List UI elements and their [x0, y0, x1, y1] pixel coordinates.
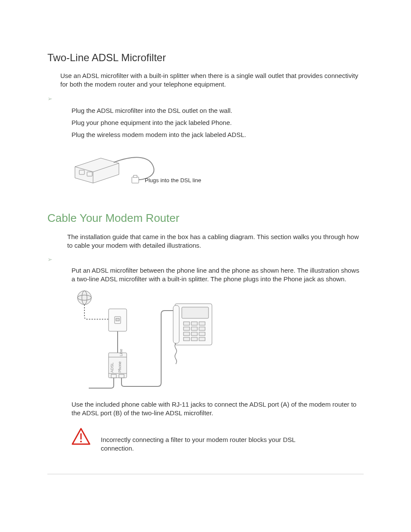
- splitter-label-phone: Phone: [118, 361, 122, 372]
- step-text: Put an ADSL microfilter between the phon…: [72, 266, 364, 284]
- svg-rect-20: [199, 322, 205, 325]
- intro-text-2: The installation guide that came in the …: [67, 233, 364, 250]
- step-text: Plug your phone equipment into the jack …: [72, 118, 364, 128]
- cabling-diagram: Line ADSL Phone: [72, 288, 227, 392]
- svg-rect-15: [119, 374, 124, 378]
- warning-block: Incorrectly connecting a filter to your …: [72, 428, 364, 453]
- footer-rule: [47, 474, 364, 474]
- splitter-label-line: Line: [119, 348, 123, 356]
- svg-rect-30: [173, 305, 179, 343]
- svg-rect-18: [184, 322, 190, 325]
- svg-point-5: [78, 291, 91, 305]
- svg-rect-19: [191, 322, 197, 325]
- svg-rect-14: [111, 374, 116, 378]
- step-text: Plug the wireless modem modem into the j…: [72, 130, 364, 140]
- svg-rect-2: [87, 172, 92, 176]
- microfilter-figure: Plugs into the DSL line: [72, 146, 364, 191]
- svg-rect-28: [191, 337, 197, 341]
- svg-rect-27: [184, 337, 190, 341]
- instruction-list-2: Put an ADSL microfilter between the phon…: [72, 266, 364, 417]
- svg-rect-29: [199, 337, 205, 341]
- warning-icon: [72, 428, 90, 445]
- svg-rect-22: [191, 327, 197, 330]
- section-heading-microfilter: Two-Line ADSL Microfilter: [47, 52, 364, 64]
- figure-caption-1: Plugs into the DSL line: [145, 177, 201, 184]
- step-text: Plug the ADSL microfilter into the DSL o…: [72, 106, 364, 116]
- intro-text-1: Use an ADSL microfilter with a built-in …: [60, 72, 364, 89]
- svg-rect-17: [182, 307, 209, 318]
- svg-rect-1: [79, 170, 84, 174]
- section-heading-cable: Cable Your Modem Router: [47, 212, 364, 225]
- svg-rect-24: [184, 332, 190, 336]
- svg-rect-3: [132, 177, 139, 183]
- svg-rect-23: [199, 327, 205, 330]
- warning-text: Incorrectly connecting a filter to your …: [101, 428, 316, 453]
- svg-rect-21: [184, 327, 190, 330]
- instruction-list-1: Plug the ADSL microfilter into the DSL o…: [72, 106, 364, 140]
- svg-rect-25: [191, 332, 197, 336]
- step-text: Use the included phone cable with RJ-11 …: [72, 400, 364, 418]
- procedure-arrow-icon: ➢: [47, 95, 364, 102]
- svg-point-33: [80, 441, 82, 442]
- procedure-arrow-icon: ➢: [47, 256, 364, 263]
- svg-rect-4: [134, 175, 137, 177]
- svg-rect-10: [116, 318, 119, 321]
- splitter-label-adsl: ADSL: [110, 362, 114, 373]
- svg-rect-26: [199, 332, 205, 336]
